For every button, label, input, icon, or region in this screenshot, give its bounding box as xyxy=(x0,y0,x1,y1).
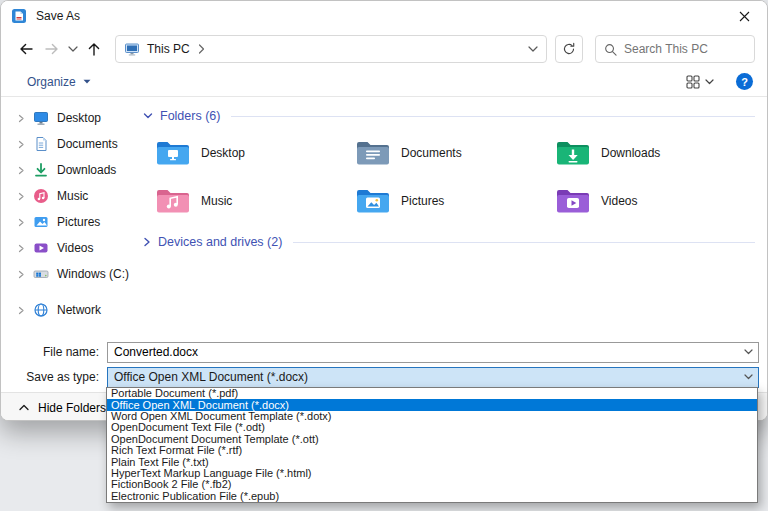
search-icon xyxy=(604,43,617,56)
help-icon[interactable]: ? xyxy=(736,73,753,90)
breadcrumb[interactable]: This PC xyxy=(147,42,190,56)
chevron-down-icon xyxy=(705,79,714,85)
chevron-right-icon[interactable] xyxy=(17,306,25,315)
up-arrow-icon xyxy=(86,41,102,57)
music-folder-icon xyxy=(155,187,191,215)
chevron-right-icon[interactable] xyxy=(17,166,25,175)
chevron-right-icon[interactable] xyxy=(17,140,25,149)
desktop-background: Save As xyxy=(0,0,768,511)
filetype-option[interactable]: FictionBook 2 File (*.fb2) xyxy=(107,479,757,490)
hide-folders-button[interactable]: Hide Folders xyxy=(19,401,106,415)
videos-icon xyxy=(33,240,49,256)
documents-folder-icon xyxy=(355,139,391,167)
search-input[interactable] xyxy=(624,42,746,56)
chevron-right-icon[interactable] xyxy=(17,114,25,123)
devices-group-header[interactable]: Devices and drives (2) xyxy=(143,235,755,249)
sidebar-item-label: Windows (C:) xyxy=(57,267,129,281)
documents-icon xyxy=(33,136,49,152)
desktop-icon xyxy=(33,110,49,126)
close-icon xyxy=(739,11,750,22)
sidebar-item-pictures[interactable]: Pictures xyxy=(1,209,135,235)
videos-folder-icon xyxy=(555,187,591,215)
this-pc-icon xyxy=(124,41,140,57)
navigation-bar: This PC xyxy=(1,31,767,67)
folder-tile-label: Pictures xyxy=(401,194,444,208)
window-title: Save As xyxy=(36,9,80,23)
chevron-right-icon[interactable] xyxy=(17,270,25,279)
recent-locations-button[interactable] xyxy=(65,36,81,62)
back-arrow-icon xyxy=(18,41,34,57)
view-options-button[interactable] xyxy=(686,75,714,89)
sidebar-item-network[interactable]: Network xyxy=(1,297,135,323)
pictures-folder-icon xyxy=(355,187,391,215)
command-toolbar: Organize ? xyxy=(1,67,767,97)
file-name-input[interactable] xyxy=(108,345,738,359)
folders-group-header[interactable]: Folders (6) xyxy=(143,109,755,123)
sidebar-item-label: Network xyxy=(57,303,101,317)
back-button[interactable] xyxy=(13,36,39,62)
app-icon xyxy=(11,8,27,24)
save-as-dialog: Save As xyxy=(0,0,768,421)
save-as-type-value: Office Open XML Document (*.docx) xyxy=(114,370,738,384)
chevron-down-icon[interactable] xyxy=(738,374,758,380)
filetype-option[interactable]: Portable Document (*.pdf) xyxy=(107,388,757,399)
folder-tile-downloads[interactable]: Downloads xyxy=(555,135,755,171)
chevron-down-icon xyxy=(68,46,78,53)
sidebar-item-label: Documents xyxy=(57,137,118,151)
save-as-type-row: Save as type: Office Open XML Document (… xyxy=(1,366,768,388)
chevron-right-icon xyxy=(143,237,151,247)
drive-icon xyxy=(33,266,49,282)
filetype-option[interactable]: OpenDocument Text File (*.odt) xyxy=(107,422,757,433)
folder-tile-videos[interactable]: Videos xyxy=(555,183,755,219)
sidebar-item-windows-c[interactable]: Windows (C:) xyxy=(1,261,135,287)
group-divider xyxy=(231,116,755,117)
organize-button[interactable]: Organize xyxy=(27,75,91,89)
help-glyph: ? xyxy=(741,76,748,88)
sidebar-item-label: Downloads xyxy=(57,163,116,177)
group-divider xyxy=(293,242,755,243)
filetype-option[interactable]: Rich Text Format File (*.rtf) xyxy=(107,445,757,456)
devices-group-label: Devices and drives (2) xyxy=(158,235,282,249)
save-as-type-combobox[interactable]: Office Open XML Document (*.docx) xyxy=(107,367,759,388)
file-name-label: File name: xyxy=(1,345,107,359)
filetype-option[interactable]: Electronic Publication File (*.epub) xyxy=(107,491,757,502)
organize-label: Organize xyxy=(27,75,76,89)
folder-tile-pictures[interactable]: Pictures xyxy=(355,183,555,219)
folder-tile-documents[interactable]: Documents xyxy=(355,135,555,171)
save-as-type-label: Save as type: xyxy=(1,370,107,384)
chevron-down-icon[interactable] xyxy=(738,349,758,355)
chevron-right-icon[interactable] xyxy=(17,218,25,227)
folders-group-label: Folders (6) xyxy=(160,109,220,123)
music-icon xyxy=(33,188,49,204)
folder-tile-label: Downloads xyxy=(601,146,660,160)
sidebar-item-documents[interactable]: Documents xyxy=(1,131,135,157)
sidebar-item-music[interactable]: Music xyxy=(1,183,135,209)
forward-button[interactable] xyxy=(39,36,65,62)
downloads-icon xyxy=(33,162,49,178)
folder-tile-label: Music xyxy=(201,194,232,208)
address-dropdown-icon[interactable] xyxy=(528,46,538,53)
file-name-combobox xyxy=(107,342,759,363)
file-list-area: Folders (6) Desktop Documents Downloa xyxy=(135,97,768,341)
folder-tile-music[interactable]: Music xyxy=(155,183,355,219)
folder-tile-desktop[interactable]: Desktop xyxy=(155,135,355,171)
navigation-pane: Desktop Documents Downloads Music xyxy=(1,97,135,341)
up-button[interactable] xyxy=(81,36,107,62)
refresh-button[interactable] xyxy=(555,35,583,63)
folder-tile-label: Videos xyxy=(601,194,637,208)
folders-grid: Desktop Documents Downloads Music xyxy=(155,135,755,219)
sidebar-item-label: Music xyxy=(57,189,88,203)
sidebar-item-downloads[interactable]: Downloads xyxy=(1,157,135,183)
refresh-icon xyxy=(562,42,576,56)
sidebar-item-videos[interactable]: Videos xyxy=(1,235,135,261)
address-bar[interactable]: This PC xyxy=(115,35,547,63)
titlebar: Save As xyxy=(1,1,767,31)
sidebar-item-desktop[interactable]: Desktop xyxy=(1,105,135,131)
breadcrumb-chevron-icon[interactable] xyxy=(198,44,205,54)
close-button[interactable] xyxy=(727,2,761,30)
folder-tile-label: Desktop xyxy=(201,146,245,160)
chevron-right-icon[interactable] xyxy=(17,192,25,201)
chevron-right-icon[interactable] xyxy=(17,244,25,253)
chevron-down-icon xyxy=(143,112,153,120)
file-form-area: File name: Save as type: Office Open XML… xyxy=(1,341,768,391)
